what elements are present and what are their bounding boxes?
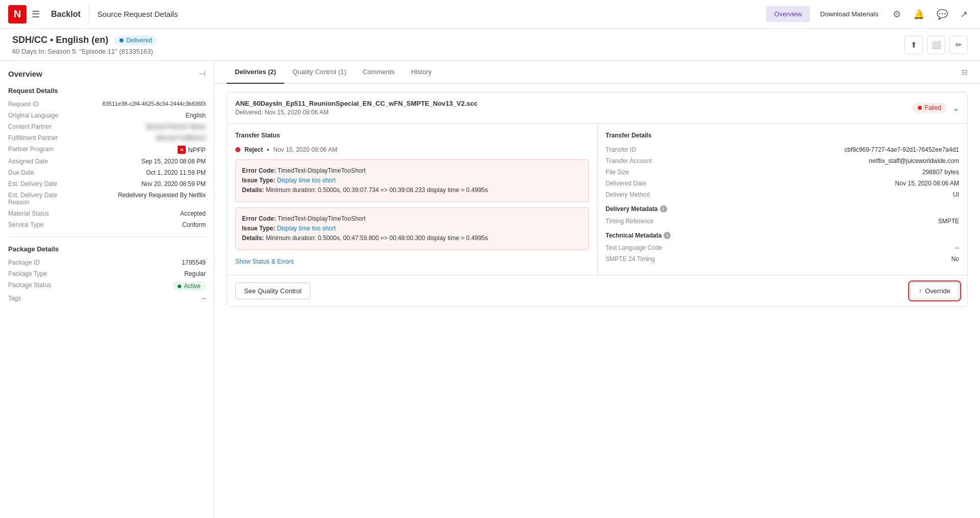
field-package-status: Package Status Active (8, 281, 206, 291)
field-assigned-date: Assigned Date Sep 15, 2020 08:08 PM (8, 158, 206, 165)
sub-title-row: SDH/CC • English (en) Delivered (12, 35, 157, 45)
failed-dot (918, 106, 922, 110)
sidebar-divider (8, 237, 206, 237)
main-layout: Overview ⊣ Request Details Request ID 83… (0, 61, 980, 518)
package-details-label: Package Details (8, 245, 206, 253)
request-details-label: Request Details (8, 87, 206, 95)
error-issue-link-1[interactable]: Display time too short (277, 177, 335, 184)
field-text-language-code: Text Language Code -- (606, 244, 960, 251)
delivery-header-right: Failed ⌄ (913, 103, 959, 113)
upload-icon-button[interactable]: ⬆ (904, 36, 923, 54)
field-due-date: Due Date Oct 1, 2020 11:59 PM (8, 169, 206, 176)
filter-icon[interactable]: ⊟ (962, 68, 968, 76)
field-transfer-id: Transfer ID cbf8c969-7727-4ae7-92d1-7645… (606, 146, 960, 153)
top-navigation: N ☰ Backlot Source Request Details Overv… (0, 0, 980, 29)
transfer-status-column: Transfer Status Reject • Nov 15, 2020 08… (227, 124, 598, 275)
sidebar-header: Overview ⊣ (8, 69, 206, 79)
sub-header: SDH/CC • English (en) Delivered 60 Days … (0, 29, 980, 61)
error-issue-link-2[interactable]: Display time too short (277, 225, 335, 232)
download-materials-button[interactable]: Download Materials (814, 6, 885, 22)
show-status-errors-link[interactable]: Show Status & Errors (235, 258, 294, 265)
field-fulfillment-partner: Fulfillment Partner Blurred Fulfillment (8, 134, 206, 142)
delivery-metadata-info-icon[interactable]: i (660, 205, 667, 213)
delivery-header: ANE_60DaysIn_Ep511_ReunionSpecial_EN_CC_… (227, 92, 967, 123)
override-icon: ↑ (919, 287, 922, 295)
sub-header-info: SDH/CC • English (en) Delivered 60 Days … (12, 35, 157, 55)
delivery-section: ANE_60DaysIn_Ep511_ReunionSpecial_EN_CC_… (214, 84, 980, 315)
active-dot (178, 285, 181, 288)
error-card-1: Error Code: TimedText-DisplayTimeTooShor… (235, 159, 589, 202)
delivery-footer: See Quality Control ↑ Override (227, 275, 967, 307)
reject-time: Nov 15, 2020 08:06 AM (273, 146, 337, 153)
collapse-sidebar-icon[interactable]: ⊣ (199, 69, 206, 79)
logo-area: N ☰ Backlot (8, 5, 81, 23)
field-content-partner: Content Partner Blurred Partner Name (8, 123, 206, 130)
field-package-id: Package ID 1795549 (8, 259, 206, 266)
field-timing-reference: Timing Reference SMPTE (606, 218, 960, 225)
field-material-status: Material Status Accepted (8, 210, 206, 217)
technical-metadata-info-icon[interactable]: i (664, 232, 671, 239)
see-quality-control-button[interactable]: See Quality Control (235, 282, 310, 299)
copy-icon-button[interactable]: ⬜ (927, 36, 945, 54)
delivery-date: Delivered: Nov 15, 2020 08:06 AM (235, 109, 478, 116)
transfer-details-title: Transfer Details (606, 132, 960, 139)
transfer-details-column: Transfer Details Transfer ID cbf8c969-77… (598, 124, 968, 275)
field-est-delivery-date: Est. Delivery Date Nov 20, 2020 08:59 PM (8, 180, 206, 187)
tab-history[interactable]: History (403, 61, 439, 84)
field-partner-program: Partner Program N NPFP (8, 146, 206, 154)
error-card-2: Error Code: TimedText-DisplayTimeTooShor… (235, 207, 589, 250)
field-service-type: Service Type Conform (8, 221, 206, 228)
app-brand-label: Backlot (51, 10, 81, 19)
field-transfer-account: Transfer Account netflix_staff@juiceworl… (606, 157, 960, 164)
field-original-language: Original Language English (8, 112, 206, 119)
field-request-id: Request ID 83511e38-c2f4-4625-8c34-2444c… (8, 101, 206, 108)
tabs-bar: Deliveries (2) Quality Control (1) Comme… (214, 61, 980, 84)
tab-comments[interactable]: Comments (354, 61, 403, 84)
override-button[interactable]: ↑ Override (910, 282, 959, 299)
field-delivered-date: Delivered Date Nov 15, 2020 08:06 AM (606, 180, 960, 187)
content-title: SDH/CC • English (en) (12, 35, 108, 45)
failed-badge: Failed (913, 103, 946, 113)
content-description: 60 Days In: Season 5: "Episode 11" (8133… (12, 48, 157, 55)
npfp-logo: N (178, 146, 186, 154)
tabs-list: Deliveries (2) Quality Control (1) Comme… (227, 61, 440, 83)
reject-status-dot (235, 147, 240, 152)
field-delivery-method: Delivery Method UI (606, 191, 960, 198)
active-badge: Active (173, 281, 206, 291)
expand-delivery-icon[interactable]: ⌄ (952, 103, 959, 113)
nav-divider (89, 6, 89, 22)
content-area: Deliveries (2) Quality Control (1) Comme… (214, 61, 980, 518)
external-link-icon[interactable]: ↗ (956, 7, 972, 22)
nav-right-actions: Overview Download Materials ⚙ 🔔 💬 ↗ (766, 6, 972, 22)
field-est-delivery-date-reason: Est. Delivery Date Reason Redelivery Req… (8, 192, 206, 206)
page-title: Source Request Details (97, 10, 178, 18)
netflix-logo: N (8, 5, 27, 23)
delivery-filename: ANE_60DaysIn_Ep511_ReunionSpecial_EN_CC_… (235, 100, 478, 107)
tab-quality-control[interactable]: Quality Control (1) (284, 61, 354, 84)
delivered-badge-dot (119, 38, 124, 42)
reject-row: Reject • Nov 15, 2020 08:06 AM (235, 146, 589, 153)
reject-label: Reject (244, 146, 263, 153)
tab-deliveries[interactable]: Deliveries (2) (227, 61, 284, 84)
delivery-body: Transfer Status Reject • Nov 15, 2020 08… (227, 123, 967, 275)
delivery-metadata-title: Delivery Metadata i (606, 205, 960, 213)
sidebar: Overview ⊣ Request Details Request ID 83… (0, 61, 214, 518)
delivery-card: ANE_60DaysIn_Ep511_ReunionSpecial_EN_CC_… (227, 92, 968, 307)
transfer-status-title: Transfer Status (235, 132, 589, 139)
field-file-size: File Size 298807 bytes (606, 169, 960, 176)
gear-icon[interactable]: ⚙ (889, 7, 905, 22)
delivered-badge: Delivered (114, 35, 157, 45)
edit-icon-button[interactable]: ✏ (949, 36, 968, 54)
hamburger-icon[interactable]: ☰ (32, 9, 40, 20)
overview-button[interactable]: Overview (766, 6, 810, 22)
delivery-file-info: ANE_60DaysIn_Ep511_ReunionSpecial_EN_CC_… (235, 100, 478, 116)
sidebar-title: Overview (8, 69, 42, 78)
chat-icon[interactable]: 💬 (933, 7, 952, 22)
technical-metadata-title: Technical Metadata i (606, 232, 960, 239)
sub-header-actions: ⬆ ⬜ ✏ (904, 36, 968, 54)
bell-icon[interactable]: 🔔 (909, 7, 928, 22)
field-package-type: Package Type Regular (8, 270, 206, 277)
field-tags: Tags -- (8, 295, 206, 302)
field-smpte-24-timing: SMPTE 24 Timing No (606, 255, 960, 263)
